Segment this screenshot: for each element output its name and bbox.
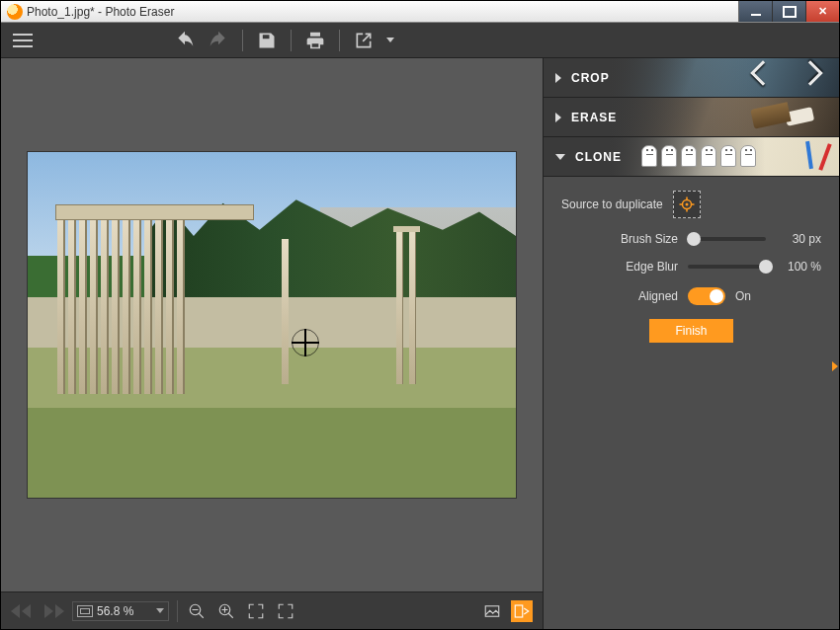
zoom-out-icon [188,602,206,620]
brush-size-label: Brush Size [561,232,678,246]
next-image-button[interactable] [44,604,53,618]
export-dropdown[interactable] [385,29,395,52]
undo-button[interactable] [173,29,197,52]
source-picker-button[interactable] [673,191,701,218]
separator [339,30,340,51]
svg-rect-3 [515,605,523,617]
canvas-area[interactable] [1,58,543,591]
canvas-pane [1,58,543,629]
print-button[interactable] [303,29,327,52]
zoom-out-button[interactable] [186,600,208,622]
zoom-input[interactable] [97,604,152,618]
close-button[interactable] [805,1,839,22]
panel-erase-header[interactable]: ERASE [544,98,839,137]
toolbar [1,23,839,58]
app-window: Photo_1.jpg* - Photo Eraser [0,0,840,630]
aligned-label: Aligned [561,289,678,303]
separator [291,30,292,51]
app-icon [7,4,23,20]
source-label: Source to duplicate [561,197,663,211]
compare-button[interactable] [481,600,503,622]
side-panel: CROP ERASE CLONE Source to d [543,58,839,629]
aligned-row: Aligned On [561,287,821,305]
menu-button[interactable] [11,29,35,52]
maximize-button[interactable] [772,1,805,22]
brush-size-slider[interactable] [688,237,766,241]
window-title: Photo_1.jpg* - Photo Eraser [27,5,738,19]
finish-button[interactable]: Finish [649,319,732,343]
chevron-down-icon [386,38,394,42]
titlebar: Photo_1.jpg* - Photo Eraser [1,1,839,23]
export-button[interactable] [352,29,376,52]
aligned-toggle[interactable] [688,287,725,305]
edge-blur-row: Edge Blur 100 % [561,260,821,274]
target-icon [678,196,696,213]
panel-erase-label: ERASE [571,111,617,124]
chevron-down-icon[interactable] [156,608,164,613]
hamburger-icon [13,34,33,47]
collapse-panel-button[interactable] [830,354,839,378]
source-row: Source to duplicate [561,191,821,218]
clone-crosshair-icon[interactable] [292,329,319,356]
chevron-right-icon [555,113,561,122]
actual-size-icon [277,602,294,620]
slider-thumb[interactable] [687,232,701,246]
aligned-state: On [735,289,751,303]
redo-button[interactable] [207,29,230,52]
edge-blur-slider[interactable] [688,265,766,269]
minimize-button[interactable] [738,1,772,22]
save-icon [257,31,277,50]
print-icon [305,31,325,50]
fit-screen-icon [247,602,265,620]
redo-icon [209,31,228,50]
panel-clone-label: CLONE [575,150,622,164]
separator [177,600,178,622]
fit-icon [77,605,93,617]
svg-point-5 [685,203,688,206]
brush-size-row: Brush Size 30 px [561,232,821,246]
separator [242,30,243,51]
undo-icon [175,31,195,50]
apply-icon [513,602,531,620]
zoom-in-icon [217,602,235,620]
chevron-right-icon [555,73,561,83]
zoom-level[interactable] [72,601,169,621]
panel-crop-header[interactable]: CROP [544,58,839,98]
prev-image-button[interactable] [11,604,20,618]
chevron-down-icon [555,154,565,160]
slider-thumb[interactable] [759,260,773,274]
photo[interactable] [28,152,516,498]
apply-button[interactable] [511,600,533,622]
actual-size-button[interactable] [275,600,296,622]
edge-blur-label: Edge Blur [561,260,678,274]
zoom-in-button[interactable] [215,600,237,622]
compare-icon [483,602,501,620]
panel-clone-header[interactable]: CLONE [544,137,839,177]
export-icon [354,31,374,50]
panel-crop-label: CROP [571,71,610,85]
page-nav [11,604,64,618]
fit-screen-button[interactable] [245,600,267,622]
edge-blur-value: 100 % [776,260,821,274]
panel-clone-body: Source to duplicate Brush Size 30 [544,177,839,356]
save-button[interactable] [255,29,279,52]
brush-size-value: 30 px [776,232,821,246]
main: CROP ERASE CLONE Source to d [1,58,839,629]
window-buttons [738,1,839,22]
status-bar [1,591,543,629]
